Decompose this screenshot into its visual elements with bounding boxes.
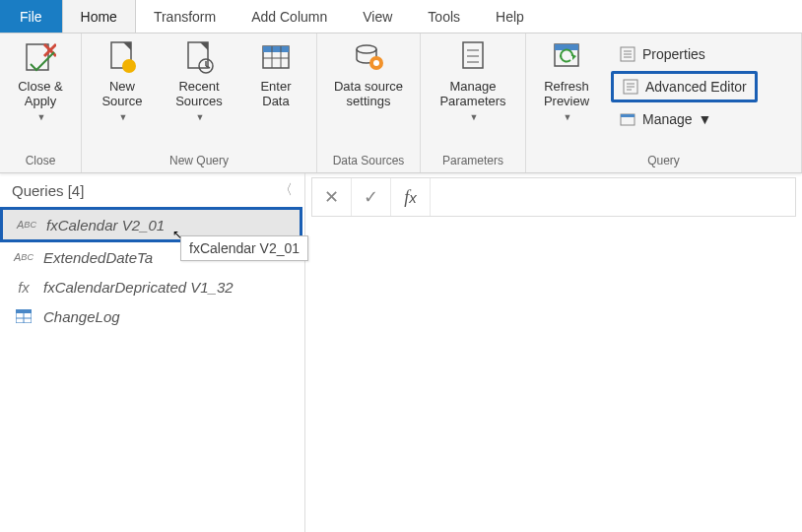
manage-icon: [619, 110, 636, 128]
tab-home[interactable]: Home: [62, 0, 136, 33]
svg-marker-7: [200, 42, 208, 50]
group-data-sources: Data source settings Data Sources: [317, 33, 421, 172]
refresh-preview-label: Refresh Preview: [544, 79, 589, 108]
query-name: fxCalendar V2_01: [46, 217, 165, 233]
text-type-icon: ABC: [14, 248, 33, 266]
manage-parameters-icon: [457, 39, 489, 75]
queries-header-label: Queries [4]: [12, 182, 84, 199]
group-parameters: Manage Parameters ▼ Parameters: [421, 33, 526, 172]
enter-data-label: Enter Data: [260, 79, 291, 108]
data-source-settings-label: Data source settings: [334, 79, 403, 108]
dropdown-caret-icon: ▼: [470, 112, 479, 122]
group-data-sources-label: Data Sources: [325, 151, 412, 170]
svg-point-5: [122, 59, 136, 73]
ribbon: Close & Apply ▼ Close New Source ▼ Recen…: [0, 33, 802, 173]
manage-parameters-label: Manage Parameters: [439, 79, 505, 108]
tab-view[interactable]: View: [345, 0, 410, 33]
advanced-editor-button[interactable]: Advanced Editor: [611, 71, 758, 102]
queries-header: Queries [4] 〈: [0, 173, 304, 207]
tab-add-column[interactable]: Add Column: [234, 0, 345, 33]
enter-data-button[interactable]: Enter Data: [243, 39, 308, 108]
svg-point-16: [357, 45, 376, 53]
svg-marker-25: [572, 54, 576, 60]
function-icon: fx: [14, 278, 33, 296]
cancel-formula-button[interactable]: ✕: [312, 178, 352, 216]
refresh-preview-icon: [551, 39, 582, 75]
svg-rect-35: [621, 114, 635, 117]
dropdown-caret-icon: ▼: [37, 112, 46, 122]
refresh-preview-button[interactable]: Refresh Preview ▼: [534, 39, 599, 122]
dropdown-caret-icon: ▼: [564, 112, 572, 122]
manage-button[interactable]: Manage ▼: [611, 106, 758, 132]
new-source-label: New Source: [101, 79, 142, 108]
properties-label: Properties: [642, 46, 705, 62]
formula-input[interactable]: [431, 178, 795, 216]
svg-point-18: [373, 60, 379, 66]
query-item-changelog[interactable]: ChangeLog: [0, 301, 304, 331]
ribbon-tabs: File Home Transform Add Column View Tool…: [0, 0, 802, 33]
data-source-settings-icon: [353, 39, 384, 75]
group-close: Close & Apply ▼ Close: [0, 33, 82, 172]
dropdown-caret-icon: ▼: [196, 112, 205, 122]
enter-data-icon: [260, 39, 292, 75]
query-name: ExtendedDateTa: [43, 249, 153, 266]
fx-icon[interactable]: fx: [391, 178, 431, 216]
close-apply-label: Close & Apply: [18, 79, 63, 108]
new-source-icon: [106, 39, 138, 75]
advanced-editor-icon: [622, 78, 639, 96]
dropdown-caret-icon: ▼: [699, 111, 712, 127]
recent-sources-label: Recent Sources: [175, 79, 223, 108]
close-apply-icon: [25, 39, 56, 75]
svg-rect-0: [27, 44, 48, 70]
queries-pane: Queries [4] 〈 ABC fxCalendar V2_01 ↖ fxC…: [0, 173, 305, 532]
tab-file[interactable]: File: [0, 0, 62, 33]
collapse-pane-icon[interactable]: 〈: [279, 181, 293, 199]
data-source-settings-button[interactable]: Data source settings: [325, 39, 412, 108]
commit-formula-button[interactable]: ✓: [352, 178, 391, 216]
svg-rect-19: [463, 42, 483, 68]
svg-rect-12: [263, 46, 289, 52]
tab-transform[interactable]: Transform: [136, 0, 234, 33]
manage-label: Manage: [642, 111, 693, 127]
new-source-button[interactable]: New Source ▼: [90, 39, 155, 122]
query-item-fxcalendardeprecated[interactable]: fx fxCalendarDepricated V1_32: [0, 272, 304, 301]
query-item-fxcalendar[interactable]: ABC fxCalendar V2_01 ↖ fxCalendar V2_01: [0, 207, 302, 242]
properties-button[interactable]: Properties: [611, 41, 758, 67]
text-type-icon: ABC: [17, 216, 36, 233]
dropdown-caret-icon: ▼: [119, 112, 128, 122]
svg-marker-4: [123, 42, 131, 50]
advanced-editor-label: Advanced Editor: [645, 79, 747, 95]
group-new-query-label: New Query: [90, 151, 308, 170]
table-icon: [14, 307, 33, 325]
group-parameters-label: Parameters: [429, 151, 517, 170]
group-query-label: Query: [534, 151, 793, 170]
group-new-query: New Source ▼ Recent Sources ▼ Enter Data…: [82, 33, 317, 172]
tab-tools[interactable]: Tools: [410, 0, 478, 33]
recent-sources-button[interactable]: Recent Sources ▼: [167, 39, 232, 122]
formula-bar: ✕ ✓ fx: [311, 177, 796, 217]
close-apply-button[interactable]: Close & Apply ▼: [8, 39, 73, 122]
query-name: fxCalendarDepricated V1_32: [43, 279, 234, 296]
recent-sources-icon: [183, 39, 215, 75]
manage-parameters-button[interactable]: Manage Parameters ▼: [429, 39, 517, 122]
tooltip: fxCalendar V2_01: [180, 235, 308, 261]
tab-help[interactable]: Help: [478, 0, 542, 33]
properties-icon: [619, 45, 636, 63]
group-query: Refresh Preview ▼ Properties Advanced Ed…: [526, 33, 802, 172]
group-close-label: Close: [8, 151, 73, 170]
content-area: Queries [4] 〈 ABC fxCalendar V2_01 ↖ fxC…: [0, 173, 802, 532]
formula-area: ✕ ✓ fx: [305, 173, 802, 532]
query-name: ChangeLog: [43, 308, 120, 325]
